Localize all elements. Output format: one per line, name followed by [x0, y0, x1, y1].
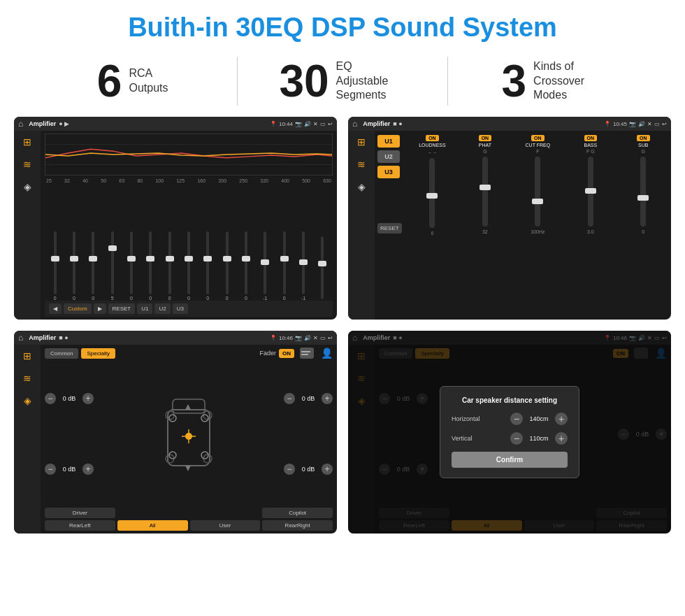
dialog-vertical-plus[interactable]: + — [555, 432, 568, 445]
cutfreq-slider[interactable] — [535, 157, 540, 227]
fader-all-btn[interactable]: All — [117, 520, 188, 531]
eq-wave-icon[interactable]: ≋ — [23, 159, 31, 170]
sub-slider[interactable] — [640, 157, 646, 227]
cross-u2-btn[interactable]: U2 — [377, 150, 400, 163]
dialog-horizontal-control: − 140cm + — [510, 413, 568, 425]
eq-speaker-icon[interactable]: ◈ — [24, 181, 31, 192]
bass-slider[interactable] — [588, 157, 593, 227]
bass-on-badge[interactable]: ON — [584, 135, 598, 141]
fader-window-icon: ▭ — [320, 335, 326, 341]
phat-slider[interactable] — [482, 157, 488, 227]
db-val-4: 0 dB — [298, 466, 319, 473]
cross-speaker-icon[interactable]: ◈ — [358, 181, 366, 192]
db-plus-2[interactable]: + — [82, 464, 94, 475]
slider-40: 0 — [85, 231, 102, 301]
cross-home-icon[interactable]: ⌂ — [352, 119, 357, 129]
cross-content: ⊞ ≋ ◈ U1 U2 U3 RESET ON LOUDNESS — [348, 131, 671, 320]
fader-status-bar: ⌂ Amplifier ■ ● 📍 10:46 📷 🔊 ✕ ▭ ↩ — [14, 331, 337, 345]
sub-on-badge[interactable]: ON — [637, 135, 650, 141]
loudness-val: 0 — [431, 231, 433, 236]
fader-rearright-btn[interactable]: RearRight — [262, 520, 333, 531]
fader-rearleft-btn[interactable]: RearLeft — [45, 520, 115, 531]
eq-prev-btn[interactable]: ◀ — [49, 303, 62, 314]
db-minus-4[interactable]: − — [284, 464, 295, 475]
db-minus-2[interactable]: − — [45, 464, 56, 475]
db-plus-4[interactable]: + — [322, 464, 333, 475]
bass-val: 3.0 — [587, 229, 594, 234]
fader-content: ⊞ ≋ ◈ Common Specialty Fader ON 👤 — [14, 345, 337, 533]
fader-user-btn[interactable]: User — [190, 520, 261, 531]
cross-tune-icon[interactable]: ⊞ — [357, 136, 366, 148]
channel-sub: ON SUB G 0 — [619, 135, 668, 315]
sub-val: 0 — [642, 229, 644, 234]
cutfreq-on-badge[interactable]: ON — [531, 135, 545, 141]
cross-channels-area: ON LOUDNESS ~ ~ 0 ON PHA — [408, 135, 668, 315]
eq-graph — [45, 134, 333, 176]
home-icon[interactable]: ⌂ — [18, 119, 23, 129]
eq-reset-btn[interactable]: RESET — [108, 303, 136, 314]
dialog-horizontal-minus[interactable]: − — [510, 413, 523, 425]
distance-dialog: Car speaker distance setting Horizontal … — [440, 386, 579, 478]
sub-label: SUB — [638, 143, 648, 148]
stat-number-crossover: 3 — [502, 59, 527, 103]
loudness-on-badge[interactable]: ON — [426, 135, 439, 141]
cross-u3-btn[interactable]: U3 — [377, 166, 400, 178]
fader-x-icon: ✕ — [313, 335, 318, 341]
fader-copilot-btn[interactable]: Copilot — [262, 508, 333, 518]
dialog-vertical-minus[interactable]: − — [510, 432, 523, 445]
fader-driver-btn[interactable]: Driver — [45, 508, 115, 518]
db-control-2: − 0 dB + — [45, 464, 94, 475]
fader-tune-icon[interactable]: ⊞ — [23, 350, 31, 361]
loudness-slider[interactable] — [429, 158, 435, 228]
phat-val: 32 — [482, 229, 488, 234]
dialog-horizontal-plus[interactable]: + — [555, 413, 568, 425]
db-minus-1[interactable]: − — [45, 393, 56, 404]
eq-bottom-bar: ◀ Custom ▶ RESET U1 U2 U3 — [45, 301, 333, 317]
freq-labels: 253240506380100125160200250320400500630 — [45, 178, 333, 183]
dialog-horizontal-row: Horizontal − 140cm + — [452, 413, 568, 425]
stat-rca: 6 RCAOutputs — [42, 59, 223, 103]
fader-body: − 0 dB + − 0 dB + — [45, 363, 333, 505]
distance-screen: ⌂ Amplifier ■ ● 📍 10:46 📷 🔊 ✕ ▭ ↩ ⊞ ≋ ◈ — [348, 331, 671, 533]
phat-on-badge[interactable]: ON — [479, 135, 492, 141]
fader-wave-icon[interactable]: ≋ — [23, 373, 31, 384]
fader-sliders-icon[interactable] — [300, 348, 314, 359]
cross-app-name: Amplifier — [363, 120, 390, 127]
cross-reset-btn[interactable]: RESET — [377, 223, 402, 234]
eq-u2-btn[interactable]: U2 — [154, 303, 170, 314]
eq-u3-btn[interactable]: U3 — [173, 303, 188, 314]
dialog-confirm-button[interactable]: Confirm — [452, 452, 568, 468]
eq-status-right: 📍 10:44 📷 🔊 ✕ ▭ ↩ — [270, 121, 333, 127]
eq-content: ⊞ ≋ ◈ 2 — [14, 131, 337, 320]
fader-on-toggle[interactable]: ON — [279, 349, 294, 358]
fader-home-icon[interactable]: ⌂ — [18, 333, 23, 343]
eq-camera-icon: 📷 — [295, 121, 302, 127]
stat-label-rca: RCAOutputs — [129, 66, 168, 96]
svg-marker-16 — [185, 404, 191, 410]
db-plus-1[interactable]: + — [82, 393, 94, 404]
db-minus-3[interactable]: − — [284, 393, 295, 404]
eq-volume-icon: 🔊 — [304, 121, 311, 127]
eq-tune-icon[interactable]: ⊞ — [23, 136, 31, 148]
dialog-vertical-row: Vertical − 110cm + — [452, 432, 568, 445]
slider-100: 0 — [161, 231, 178, 301]
cross-wave-icon[interactable]: ≋ — [357, 159, 366, 170]
fader-speaker-icon[interactable]: ◈ — [24, 395, 31, 406]
db-plus-3[interactable]: + — [322, 393, 333, 404]
db-control-3: − 0 dB + — [284, 393, 333, 404]
eq-u1-btn[interactable]: U1 — [137, 303, 152, 314]
fader-dots: ■ ● — [59, 334, 68, 341]
fader-tab-specialty[interactable]: Specialty — [81, 348, 115, 359]
cross-u1-btn[interactable]: U1 — [377, 135, 400, 148]
fader-person-icon: 👤 — [321, 348, 333, 359]
channel-phat: ON PHAT G 32 — [460, 135, 510, 315]
eq-play-btn[interactable]: ▶ — [94, 303, 106, 314]
eq-custom-btn[interactable]: Custom — [64, 303, 92, 314]
eq-location-icon: 📍 — [270, 121, 277, 127]
slider-25: 0 — [46, 231, 64, 301]
cross-volume-icon: 🔊 — [638, 121, 645, 127]
car-diagram-svg — [157, 389, 220, 480]
fader-tab-common[interactable]: Common — [45, 348, 78, 359]
fader-tabs: Common Specialty Fader ON 👤 — [45, 348, 333, 359]
channel-loudness: ON LOUDNESS ~ ~ 0 — [408, 135, 457, 315]
